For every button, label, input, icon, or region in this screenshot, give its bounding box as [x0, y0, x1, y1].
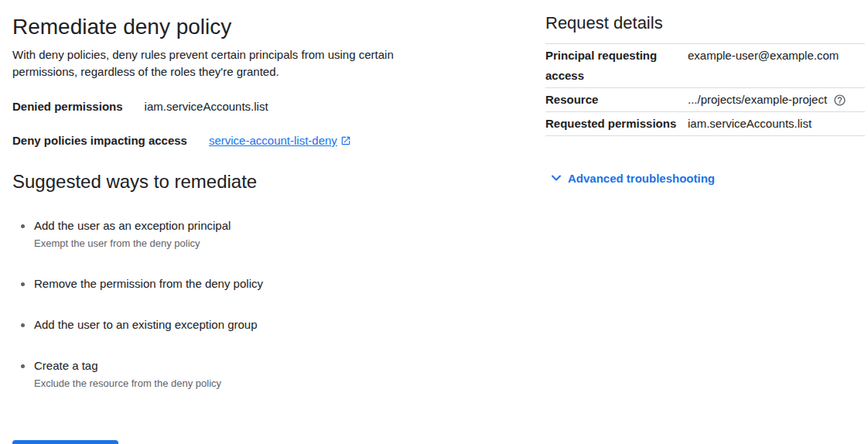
- suggestion-title: Create a tag: [34, 359, 221, 373]
- requested-permissions-value: iam.serviceAccounts.list: [688, 112, 865, 136]
- bullet-icon: [21, 364, 25, 368]
- list-item: Add the user to an existing exception gr…: [12, 318, 515, 332]
- table-row: Requested permissions iam.serviceAccount…: [545, 112, 865, 136]
- bullet-icon: [21, 224, 25, 228]
- requested-permissions-label: Requested permissions: [545, 112, 688, 136]
- principal-label: Principal requesting access: [545, 44, 688, 88]
- deny-policy-link[interactable]: service-account-list-deny: [209, 133, 351, 149]
- suggestion-title: Add the user as an exception principal: [34, 219, 231, 233]
- bullet-icon: [21, 282, 25, 286]
- suggestion-title: Remove the permission from the deny poli…: [34, 277, 263, 291]
- page-description: With deny policies, deny rules prevent c…: [12, 46, 443, 80]
- remediate-deny-policy-page: Remediate deny policy With deny policies…: [0, 0, 868, 444]
- help-icon[interactable]: [833, 94, 846, 107]
- table-row: Principal requesting access example-user…: [545, 44, 865, 88]
- request-details-title: Request details: [545, 12, 865, 34]
- request-details-panel: Request details Principal requesting acc…: [545, 12, 865, 189]
- denied-permissions-label: Denied permissions: [12, 99, 123, 114]
- advanced-troubleshooting-toggle[interactable]: Advanced troubleshooting: [545, 170, 715, 186]
- open-in-new-icon: [340, 135, 351, 146]
- list-item: Remove the permission from the deny poli…: [12, 277, 515, 291]
- deny-policy-link-text: service-account-list-deny: [209, 133, 337, 149]
- suggestion-subtitle: Exempt the user from the deny policy: [34, 237, 231, 250]
- denied-permissions-value: iam.serviceAccounts.list: [145, 99, 268, 114]
- table-row: Resource .../projects/example-project: [545, 88, 865, 112]
- resource-label: Resource: [545, 88, 688, 112]
- list-item: Add the user as an exception principal E…: [12, 219, 515, 250]
- list-item: Create a tag Exclude the resource from t…: [12, 359, 515, 390]
- denied-permissions-row: Denied permissions iam.serviceAccounts.l…: [12, 99, 515, 114]
- deny-policies-label: Deny policies impacting access: [12, 133, 187, 149]
- bullet-icon: [21, 323, 25, 327]
- suggestions-list: Add the user as an exception principal E…: [12, 219, 515, 390]
- chevron-down-icon: [548, 170, 564, 186]
- suggestion-subtitle: Exclude the resource from the deny polic…: [34, 377, 221, 390]
- suggestions-title: Suggested ways to remediate: [12, 170, 515, 193]
- page-title: Remediate deny policy: [12, 14, 515, 40]
- request-details-table: Principal requesting access example-user…: [545, 43, 865, 136]
- advanced-troubleshooting-label: Advanced troubleshooting: [568, 172, 715, 185]
- go-to-deny-button[interactable]: Go to Deny: [12, 440, 118, 444]
- principal-value: example-user@example.com: [688, 44, 865, 88]
- deny-policies-row: Deny policies impacting access service-a…: [12, 133, 515, 149]
- suggestion-title: Add the user to an existing exception gr…: [34, 318, 258, 332]
- main-panel: Remediate deny policy With deny policies…: [12, 14, 515, 444]
- resource-value: .../projects/example-project: [688, 90, 827, 110]
